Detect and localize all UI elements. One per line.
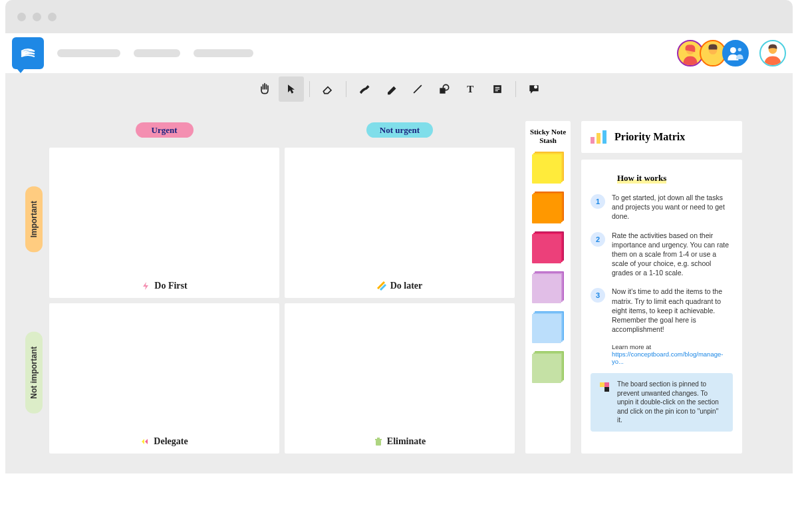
breadcrumb-placeholder (194, 49, 253, 57)
svg-rect-20 (604, 387, 609, 392)
toolbar: T (5, 73, 793, 105)
step-number: 3 (591, 288, 605, 303)
panel-title: Priority Matrix (614, 131, 685, 143)
svg-rect-17 (375, 439, 382, 440)
bolt-icon (141, 281, 150, 291)
svg-rect-18 (377, 438, 380, 439)
separator (346, 81, 346, 97)
sticky-stack-green[interactable] (532, 351, 564, 384)
svg-point-2 (730, 47, 736, 53)
sticky-stack-pink[interactable] (532, 231, 564, 265)
quadrant-do-later[interactable]: Do later (285, 148, 515, 298)
traffic-light (17, 13, 26, 21)
step-number: 1 (591, 194, 605, 209)
step-1: 1 To get started, jot down all the tasks… (591, 193, 733, 221)
separator (515, 81, 516, 97)
svg-point-3 (738, 48, 741, 51)
quadrant-do-first[interactable]: Do First (49, 148, 279, 298)
stripes-icon (377, 281, 386, 291)
eraser-tool[interactable] (315, 76, 340, 102)
svg-rect-16 (376, 440, 381, 446)
svg-rect-19 (600, 382, 604, 387)
user-avatar[interactable] (759, 40, 786, 66)
sticky-stack-purple[interactable] (532, 271, 564, 305)
trash-icon (374, 437, 383, 446)
info-panel: Priority Matrix How it works 1 To get st… (581, 121, 742, 454)
stash-title: Sticky Note Stash (529, 128, 567, 145)
quadrant-delegate[interactable]: Delegate (49, 303, 279, 454)
traffic-light (33, 13, 41, 21)
header-right (677, 40, 786, 66)
quadrant-label: Do First (141, 281, 187, 291)
label-urgent: Urgent (49, 121, 279, 140)
step-3: 3 Now it's time to add the items to the … (591, 287, 733, 334)
sticky-stack-yellow[interactable] (532, 152, 564, 185)
panel-body: How it works 1 To get started, jot down … (581, 160, 742, 454)
step-text: To get started, jot down all the tasks a… (612, 193, 733, 221)
separator (309, 81, 310, 97)
step-text: Rate the activities based on their impor… (612, 231, 733, 278)
quadrant-eliminate[interactable]: Eliminate (285, 303, 515, 454)
app-header (5, 33, 793, 73)
text-tool[interactable]: T (458, 76, 483, 102)
step-text: Now it's time to add the items to the ma… (612, 287, 733, 334)
sticky-stack-blue[interactable] (532, 311, 564, 344)
quadrant-grid: Do First Do later Delegate Eliminate (49, 148, 515, 454)
panel-header: Priority Matrix (581, 121, 742, 153)
label-important: Important (25, 186, 43, 252)
svg-point-13 (534, 85, 537, 88)
column-labels: Urgent Not urgent (49, 121, 515, 140)
step-number: 2 (591, 232, 605, 247)
add-collaborator-button[interactable] (722, 40, 749, 66)
hand-tool[interactable] (252, 76, 277, 102)
quadrant-label: Do later (377, 281, 423, 291)
sticky-stack-orange[interactable] (532, 192, 564, 225)
sticky-note-tool[interactable] (485, 76, 510, 102)
comment-tool[interactable] (521, 76, 547, 102)
label-not-important: Not important (25, 332, 43, 414)
learn-more: Learn more at https://conceptboard.com/b… (612, 343, 733, 365)
app-logo[interactable] (12, 37, 44, 69)
learn-more-link[interactable]: https://conceptboard.com/blog/manage-yo.… (612, 350, 723, 365)
traffic-light (48, 13, 57, 21)
quadrant-label: Eliminate (374, 436, 426, 447)
svg-line-5 (414, 85, 422, 93)
priority-matrix: Important Not important Urgent Not urgen… (25, 121, 515, 454)
sticky-note-stash: Sticky Note Stash (525, 121, 571, 454)
header-left (12, 37, 253, 69)
shape-tool[interactable] (432, 76, 457, 102)
canvas[interactable]: Important Not important Urgent Not urgen… (5, 105, 793, 473)
breadcrumb-placeholder (57, 49, 120, 57)
svg-rect-6 (440, 88, 445, 93)
svg-point-7 (443, 84, 448, 90)
tip-box: The board section is pinned to prevent u… (591, 373, 733, 432)
chart-icon (591, 130, 606, 144)
collaborator-avatars (677, 40, 749, 66)
breadcrumb-placeholder (134, 49, 180, 57)
row-labels: Important Not important (25, 121, 43, 454)
how-it-works-title: How it works (617, 173, 666, 184)
svg-rect-21 (604, 382, 609, 387)
step-2: 2 Rate the activities based on their imp… (591, 231, 733, 278)
pin-icon (598, 381, 610, 393)
tip-text: The board section is pinned to prevent u… (617, 380, 725, 425)
svg-text:T: T (467, 84, 473, 94)
pointer-tool[interactable] (279, 76, 304, 102)
marker-tool[interactable] (378, 76, 404, 102)
label-not-urgent: Not urgent (285, 121, 515, 140)
arrows-icon (140, 437, 150, 446)
pen-tool[interactable] (352, 76, 377, 102)
line-tool[interactable] (405, 76, 430, 102)
quadrant-label: Delegate (140, 436, 188, 447)
browser-chrome (5, 0, 793, 33)
